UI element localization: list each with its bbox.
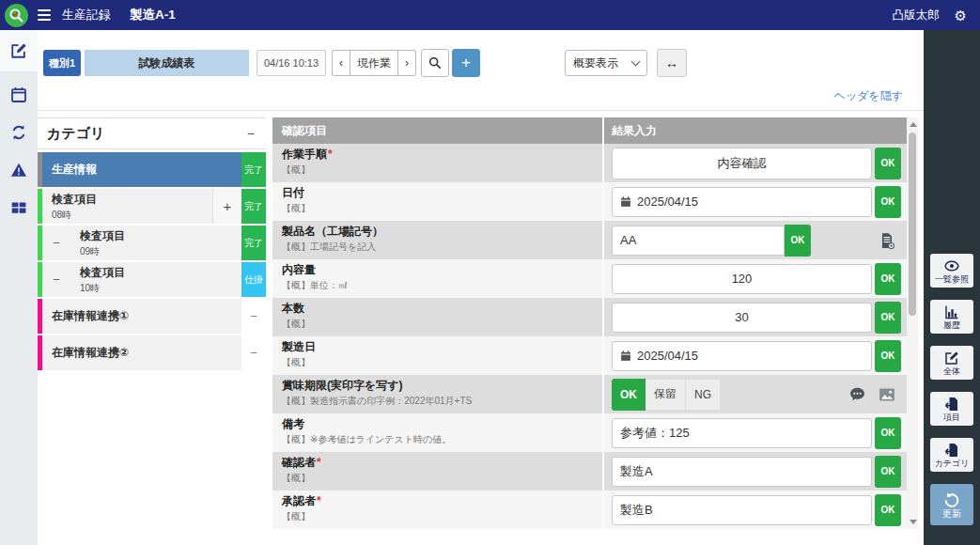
status-badge: 完了	[241, 189, 266, 224]
header-divider	[38, 110, 924, 111]
scroll-up-arrow[interactable]	[910, 122, 917, 127]
table-row: 日付 【概】 2025/04/15 OK	[272, 182, 907, 221]
category-collapse-icon[interactable]: −	[247, 126, 255, 141]
nav-app-section[interactable]: 生産記録	[62, 7, 111, 23]
ok-button[interactable]: OK	[875, 302, 901, 334]
hide-header-link[interactable]: ヘッダを隠す	[834, 88, 903, 104]
category-panel-title: カテゴリ	[47, 125, 104, 143]
type-badge-button[interactable]: 種別1	[43, 50, 81, 76]
import-item-button[interactable]: 項目	[930, 392, 973, 426]
date-input[interactable]: 2025/04/15	[612, 341, 872, 371]
rail-sync-icon[interactable]	[0, 118, 38, 147]
row-label: 本数	[282, 302, 304, 315]
comment-icon[interactable]	[849, 386, 865, 402]
table-row: 備考 【概】※参考値はラインテスト時の値。 参考値：125 OK	[272, 413, 907, 452]
choice-ng-button[interactable]: NG	[686, 379, 721, 411]
ok-button[interactable]: OK	[875, 417, 901, 449]
update-button[interactable]: 更新	[930, 484, 973, 525]
text-input[interactable]: 製造B	[612, 495, 872, 525]
row-label: 製造日	[282, 340, 316, 353]
row-note: 【概】	[282, 202, 602, 215]
top-navbar: 生産記録 製造A-1 凸版太郎 ⚙	[0, 0, 980, 30]
edit-all-button[interactable]: 全体	[930, 346, 973, 380]
reference-document-icon[interactable]	[879, 232, 895, 249]
chevron-down-icon	[631, 57, 641, 67]
rail-table-icon[interactable]	[0, 194, 38, 222]
row-label: 賞味期限(実印字を写す)	[282, 379, 403, 392]
text-input[interactable]: 参考値：125	[612, 418, 872, 448]
settings-gear-icon[interactable]: ⚙	[955, 8, 967, 23]
collapse-minus-icon[interactable]: −	[241, 335, 266, 370]
text-input[interactable]: 製造A	[612, 457, 872, 487]
date-input[interactable]: 2025/04/15	[612, 187, 872, 217]
vertical-scrollbar[interactable]	[907, 117, 918, 529]
add-button[interactable]: +	[452, 49, 480, 77]
ok-button[interactable]: OK	[875, 263, 901, 295]
row-note: 【概】※参考値はラインテスト時の値。	[282, 433, 602, 446]
image-icon[interactable]	[879, 386, 895, 403]
category-item-stock-link-1[interactable]: 在庫情報連携① −	[38, 299, 266, 334]
category-item-stock-link-2[interactable]: 在庫情報連携② −	[38, 335, 266, 370]
toolbar: 種別1 試験成績表 04/16 10:13 ‹ 現作業 › + 概要表示 ↔	[43, 49, 687, 77]
text-input[interactable]: AA	[612, 226, 785, 256]
confirm-content-button[interactable]: 内容確認	[612, 148, 872, 179]
ok-button[interactable]: OK	[875, 340, 901, 372]
prev-task-button[interactable]: ‹	[332, 50, 350, 76]
row-note: 【概】	[282, 356, 602, 369]
calendar-icon	[620, 350, 631, 362]
app-window: 生産記録 製造A-1 凸版太郎 ⚙ 種別1 試験成績表 04/16 10:13	[0, 0, 980, 545]
file-import-icon	[944, 397, 959, 412]
import-category-button[interactable]: カテゴリ	[930, 438, 973, 472]
choice-ok-button[interactable]: OK	[612, 379, 646, 411]
fit-width-button[interactable]: ↔	[657, 49, 687, 77]
view-mode-select[interactable]: 概要表示	[565, 50, 647, 76]
user-name[interactable]: 凸版太郎	[893, 8, 940, 23]
category-item-inspection-08[interactable]: 検査項目 08時 + 完了	[38, 189, 266, 224]
left-nav-rail	[0, 30, 38, 545]
category-item-production-info[interactable]: 生産情報 完了	[38, 152, 266, 187]
row-label: 備考	[282, 417, 304, 430]
category-label: 在庫情報連携①	[52, 308, 241, 324]
expand-plus-icon[interactable]: +	[212, 189, 241, 224]
scrollbar-thumb[interactable]	[909, 132, 916, 316]
view-mode-value: 概要表示	[573, 55, 618, 71]
eye-icon	[944, 258, 959, 273]
category-label: 検査項目	[80, 265, 241, 281]
ok-button[interactable]: OK	[875, 456, 901, 488]
ok-button[interactable]: OK	[785, 225, 811, 257]
ok-button[interactable]: OK	[875, 186, 901, 218]
current-task-button[interactable]: 現作業	[350, 50, 398, 76]
next-task-button[interactable]: ›	[398, 50, 416, 76]
rail-edit-icon[interactable]	[0, 30, 38, 71]
category-item-inspection-09[interactable]: − 検査項目 09時 完了	[38, 226, 266, 260]
list-reference-button[interactable]: 一覧参照	[930, 254, 973, 288]
date-value: 2025/04/15	[637, 195, 698, 209]
right-action-bar: 一覧参照 履歴 全体 項目 カテゴリ 更新	[924, 30, 980, 545]
date-value: 2025/04/15	[637, 349, 698, 363]
bar-chart-icon	[944, 304, 959, 319]
history-button[interactable]: 履歴	[930, 300, 973, 334]
ok-button[interactable]: OK	[875, 148, 901, 179]
column-header-item: 確認項目	[272, 117, 604, 144]
row-label: 確認者	[282, 456, 316, 469]
search-button[interactable]	[421, 49, 449, 77]
main-content: 種別1 試験成績表 04/16 10:13 ‹ 現作業 › + 概要表示 ↔ ヘ…	[38, 30, 924, 545]
required-asterisk: *	[317, 494, 321, 507]
scroll-down-arrow[interactable]	[910, 520, 917, 524]
collapse-minus-icon[interactable]: −	[42, 262, 70, 297]
category-item-inspection-10[interactable]: − 検査項目 10時 仕掛	[38, 262, 266, 297]
datetime-display: 04/16 10:13	[257, 50, 326, 76]
number-input[interactable]: 30	[612, 303, 872, 333]
collapse-minus-icon[interactable]: −	[42, 226, 70, 260]
number-input[interactable]: 120	[612, 264, 872, 294]
hamburger-menu-icon[interactable]	[38, 9, 51, 21]
rail-calendar-icon[interactable]	[0, 81, 38, 109]
row-note: 【概】	[282, 510, 602, 523]
rail-alert-icon[interactable]	[0, 156, 38, 184]
choice-hold-button[interactable]: 保留	[646, 379, 686, 411]
magnifier-icon	[428, 56, 442, 70]
collapse-minus-icon[interactable]: −	[241, 299, 266, 334]
row-note: 【概】単位：㎖	[282, 279, 602, 292]
ok-button[interactable]: OK	[875, 494, 901, 526]
table-row: 内容量 【概】単位：㎖ 120 OK	[272, 259, 907, 298]
